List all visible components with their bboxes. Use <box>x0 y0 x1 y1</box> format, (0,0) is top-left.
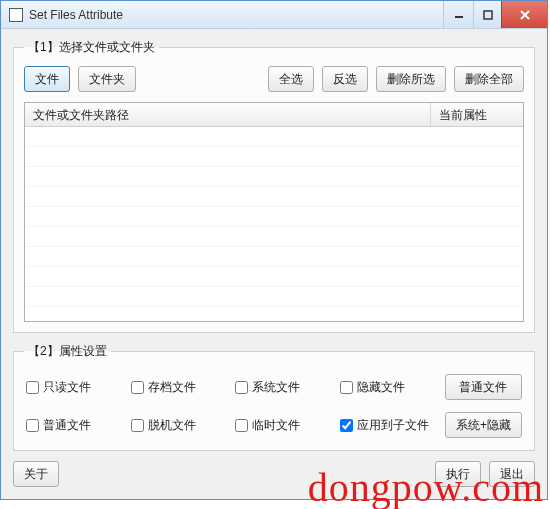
attr-grid: 只读文件 存档文件 系统文件 隐藏文件 普通文件 普通文件 脱机文件 临时文件 … <box>24 370 524 440</box>
title-bar: Set Files Attribute <box>1 1 547 29</box>
temp-input[interactable] <box>235 419 248 432</box>
hidden-input[interactable] <box>340 381 353 394</box>
normal-input[interactable] <box>26 419 39 432</box>
apply-sub-input[interactable] <box>340 419 353 432</box>
list-body[interactable] <box>25 127 523 321</box>
section2-legend: 【2】属性设置 <box>24 343 111 360</box>
system-checkbox[interactable]: 系统文件 <box>235 379 330 396</box>
temp-checkbox[interactable]: 临时文件 <box>235 417 330 434</box>
preset-normal-button[interactable]: 普通文件 <box>445 374 522 400</box>
window-title: Set Files Attribute <box>29 8 443 22</box>
hidden-label: 隐藏文件 <box>357 379 405 396</box>
close-button[interactable] <box>501 1 547 28</box>
svg-rect-1 <box>484 11 492 19</box>
list-header: 文件或文件夹路径 当前属性 <box>25 103 523 127</box>
close-icon <box>519 10 531 20</box>
app-icon <box>9 8 23 22</box>
about-button[interactable]: 关于 <box>13 461 59 487</box>
readonly-label: 只读文件 <box>43 379 91 396</box>
maximize-button[interactable] <box>473 1 501 28</box>
delete-all-button[interactable]: 删除全部 <box>454 66 524 92</box>
file-buttons-row: 文件 文件夹 全选 反选 删除所选 删除全部 <box>24 66 524 92</box>
readonly-input[interactable] <box>26 381 39 394</box>
archive-label: 存档文件 <box>148 379 196 396</box>
preset-syshidden-button[interactable]: 系统+隐藏 <box>445 412 522 438</box>
normal-label: 普通文件 <box>43 417 91 434</box>
window-controls <box>443 1 547 28</box>
column-path[interactable]: 文件或文件夹路径 <box>25 103 431 126</box>
select-all-button[interactable]: 全选 <box>268 66 314 92</box>
file-list: 文件或文件夹路径 当前属性 <box>24 102 524 322</box>
footer-row: 关于 执行 退出 <box>13 461 535 487</box>
offline-label: 脱机文件 <box>148 417 196 434</box>
section1-legend: 【1】选择文件或文件夹 <box>24 39 159 56</box>
system-input[interactable] <box>235 381 248 394</box>
section-select-files: 【1】选择文件或文件夹 文件 文件夹 全选 反选 删除所选 删除全部 文件或文件… <box>13 39 535 333</box>
client-area: 【1】选择文件或文件夹 文件 文件夹 全选 反选 删除所选 删除全部 文件或文件… <box>1 29 547 499</box>
exit-button[interactable]: 退出 <box>489 461 535 487</box>
section-attributes: 【2】属性设置 只读文件 存档文件 系统文件 隐藏文件 普通文件 普通文件 脱机… <box>13 343 535 451</box>
offline-input[interactable] <box>131 419 144 432</box>
apply-sub-checkbox[interactable]: 应用到子文件 <box>340 417 435 434</box>
folder-button[interactable]: 文件夹 <box>78 66 136 92</box>
archive-input[interactable] <box>131 381 144 394</box>
file-button[interactable]: 文件 <box>24 66 70 92</box>
maximize-icon <box>483 10 493 20</box>
column-attr[interactable]: 当前属性 <box>431 103 523 126</box>
system-label: 系统文件 <box>252 379 300 396</box>
normal-checkbox[interactable]: 普通文件 <box>26 417 121 434</box>
invert-button[interactable]: 反选 <box>322 66 368 92</box>
hidden-checkbox[interactable]: 隐藏文件 <box>340 379 435 396</box>
archive-checkbox[interactable]: 存档文件 <box>131 379 226 396</box>
offline-checkbox[interactable]: 脱机文件 <box>131 417 226 434</box>
execute-button[interactable]: 执行 <box>435 461 481 487</box>
readonly-checkbox[interactable]: 只读文件 <box>26 379 121 396</box>
delete-selected-button[interactable]: 删除所选 <box>376 66 446 92</box>
apply-sub-label: 应用到子文件 <box>357 417 429 434</box>
minimize-icon <box>454 10 464 20</box>
app-window: Set Files Attribute 【1】选择文件或文件夹 文件 文件夹 全… <box>0 0 548 500</box>
minimize-button[interactable] <box>443 1 473 28</box>
temp-label: 临时文件 <box>252 417 300 434</box>
